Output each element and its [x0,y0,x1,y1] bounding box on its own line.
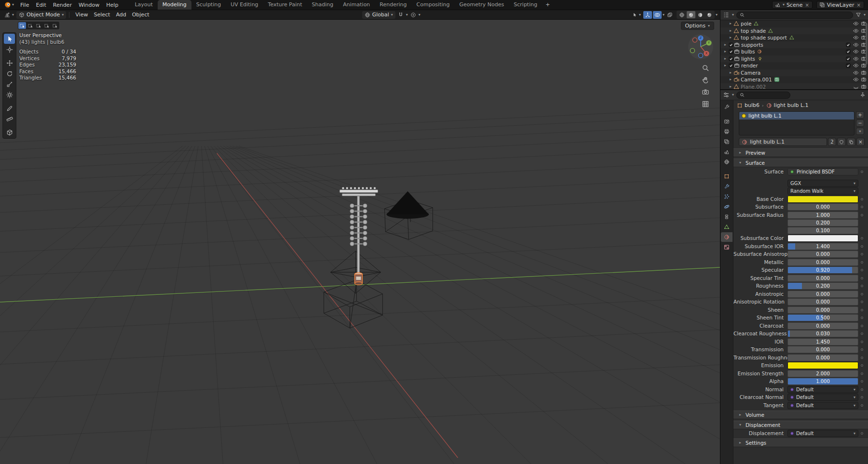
decorator-dot[interactable] [858,291,866,295]
decorator-dot[interactable] [858,298,866,303]
tool-annotate-button[interactable] [4,103,15,113]
filter-dropdown[interactable]: ▾ [864,13,866,17]
decorator-dot[interactable] [858,168,866,173]
decorator-dot[interactable] [858,212,866,216]
show-gizmos-toggle[interactable] [643,11,652,19]
shading-solid-button[interactable] [687,11,695,18]
visibility-toggle[interactable] [853,42,859,48]
workspace-tab-scripting[interactable]: Scripting [509,0,542,10]
visibility-toggle[interactable] [853,56,859,62]
properties-tab-texture[interactable] [721,242,732,252]
show-overlays-toggle[interactable] [653,11,662,19]
blender-menu-button[interactable]: ▾ [2,1,16,8]
outliner-editor-icon[interactable] [723,12,730,18]
pin-icon[interactable] [860,92,866,98]
collection-checkbox[interactable] [728,42,734,48]
unlink-material-button[interactable]: × [856,138,865,146]
workspace-tab-animation[interactable]: Animation [338,0,375,10]
visibility-toggle[interactable] [853,77,859,82]
decorator-dot[interactable] [858,282,866,287]
viewport-menu-view[interactable]: View [72,11,91,18]
editor-dropdown[interactable]: ▾ [732,13,734,17]
camera-view-icon[interactable] [702,88,709,96]
menu-help[interactable]: Help [103,1,122,9]
expand-icon[interactable]: ▸ [722,43,728,47]
visibility-toggle[interactable] [853,63,859,68]
decorator-dot[interactable] [858,306,866,311]
expand-icon[interactable]: ▸ [722,50,728,53]
viewport-scene[interactable] [0,20,720,464]
slot-specials-button[interactable]: ▾ [856,128,864,135]
workspace-tab-geometry-nodes[interactable]: Geometry Nodes [454,0,509,10]
render-visibility-toggle[interactable] [861,84,867,89]
tool-measure-button[interactable] [4,114,15,124]
menu-file[interactable]: File [17,1,32,9]
gizmo-x-neg[interactable] [692,38,697,42]
viewlayer-unlink-button[interactable]: × [856,2,861,8]
expand-icon[interactable]: ▸ [722,64,728,67]
prop-ior[interactable]: 1.450 [787,338,858,345]
toggle-xray-button[interactable] [665,11,674,19]
prop-ggx-dropdown[interactable]: GGX▾ [787,180,858,187]
outliner-item-lights[interactable]: ▸lights [720,55,868,63]
material-slot-empty[interactable] [739,127,854,135]
decorator-dot[interactable] [858,243,866,248]
shading-rendered-button[interactable] [705,11,714,18]
material-slot-item[interactable]: light bulb L.1 [739,112,854,119]
prop-subsurface-radius-2[interactable]: 0.100 [787,227,858,234]
workspace-tab-compositing[interactable]: Compositing [412,0,455,10]
properties-tab-particles[interactable] [721,192,732,201]
breadcrumb-material[interactable]: light bulb L.1 [766,102,809,108]
tool-rotate-button[interactable] [4,68,15,79]
prop-subsurface[interactable]: 0.000 [787,203,858,211]
properties-tab-constraints[interactable] [721,212,732,222]
collection-checkbox[interactable] [728,63,734,68]
prop-sheen-tint[interactable]: 0.500 [787,314,858,321]
remove-slot-button[interactable]: − [856,119,864,127]
snap-settings-dropdown[interactable]: ▾ [406,13,408,17]
shading-material-button[interactable] [696,11,705,18]
prop-displacement-dropdown[interactable]: Default▾ [787,430,858,437]
prop-specular[interactable]: 0.920 [787,266,858,274]
expand-icon[interactable]: ▸ [728,78,733,81]
navigation-gizmo[interactable]: Z Y X [687,33,714,60]
expand-icon[interactable]: ▸ [728,22,733,26]
workspace-tab-sculpting[interactable]: Sculpting [191,0,226,10]
proportional-editing-toggle[interactable] [409,11,418,19]
properties-tab-physics[interactable] [721,202,732,212]
cone-object[interactable] [386,191,429,219]
visibility-toggle[interactable] [853,70,859,76]
render-visibility-toggle[interactable] [861,77,867,82]
properties-editor-icon[interactable] [723,92,730,98]
prop-clearcoat[interactable]: 0.000 [787,322,858,330]
panel-settings[interactable]: ▸Settings [733,438,868,447]
viewport-menu-select[interactable]: Select [91,11,113,18]
expand-icon[interactable]: ▸ [728,29,733,33]
decorator-dot[interactable] [858,266,866,271]
properties-tab-scene[interactable] [721,147,732,157]
exclude-checkbox[interactable] [845,63,851,68]
prop-tangent-dropdown[interactable]: Default▾ [787,402,858,409]
properties-tab-world[interactable] [721,157,732,167]
prop-specular-tint[interactable]: 0.000 [787,275,858,282]
breadcrumb-object[interactable]: bulb6 [737,102,760,108]
outliner-scrollbar[interactable] [866,23,868,65]
decorator-dot[interactable] [858,251,866,255]
panel-volume[interactable]: ▸Volume [733,411,868,419]
prop-anisotropic-rotation[interactable]: 0.000 [787,298,858,305]
prop-alpha[interactable]: 1.000 [787,378,858,385]
object-type-visibility-dropdown[interactable]: ▾ [630,12,642,18]
users-count-button[interactable]: 2 [828,138,836,146]
collection-checkbox[interactable] [728,49,734,54]
properties-tab-view-layer[interactable] [721,137,732,146]
prop-random-walk-dropdown[interactable]: Random Walk▾ [787,187,858,195]
tool-add-cube-button[interactable] [4,127,15,137]
properties-tab-render[interactable] [721,117,732,126]
render-visibility-toggle[interactable] [861,70,867,76]
decorator-dot[interactable] [858,402,866,407]
visibility-toggle[interactable] [853,49,859,54]
proportional-dropdown[interactable]: ▾ [419,13,420,17]
select-mode-intersect-button[interactable] [51,22,59,29]
transform-orientation-dropdown[interactable]: Global ▾ [362,11,395,19]
exclude-checkbox[interactable] [845,49,851,54]
